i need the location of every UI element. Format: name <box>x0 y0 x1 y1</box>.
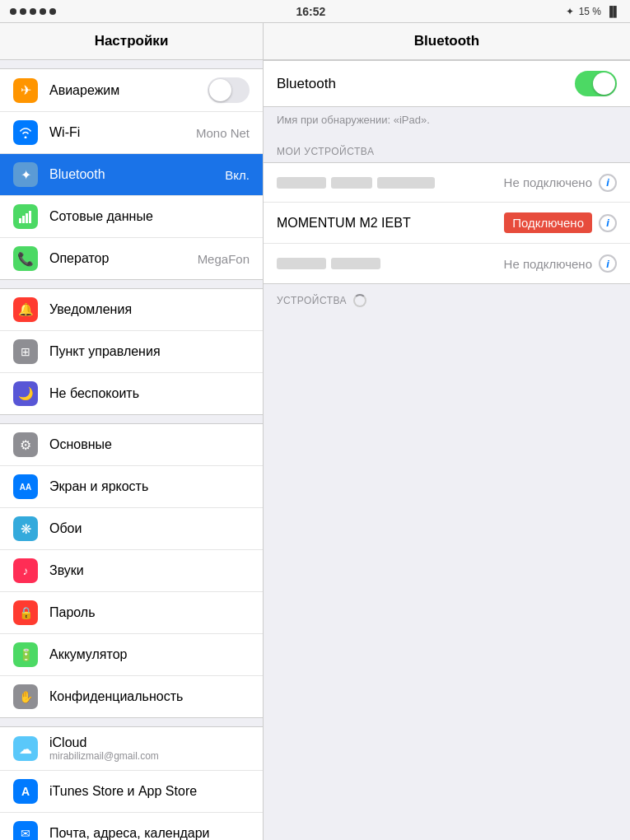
bt-device-2-name: MOMENTUM M2 IEBT <box>277 216 504 231</box>
settings-row-general[interactable]: ⚙ Основные <box>0 424 263 466</box>
privacy-label: Конфиденциальность <box>49 689 250 704</box>
settings-row-bluetooth[interactable]: ✦ Bluetooth Вкл. <box>0 154 263 196</box>
settings-row-privacy[interactable]: ✋ Конфиденциальность <box>0 676 263 717</box>
sounds-icon: ♪ <box>13 558 38 583</box>
settings-group-icloud: ☁ iCloud mirabilizmail@gmail.com A iTune… <box>0 726 263 840</box>
bluetooth-panel: Bluetooth Bluetooth Имя при обнаружении:… <box>264 23 630 840</box>
settings-row-donotdisturb[interactable]: 🌙 Не беспокоить <box>0 373 263 414</box>
battery-percent: 15 % <box>579 6 601 17</box>
placeholder-block <box>277 258 326 269</box>
settings-row-sounds[interactable]: ♪ Звуки <box>0 550 263 592</box>
general-icon: ⚙ <box>13 432 38 457</box>
bt-device-row-1[interactable]: Не подключено i <box>264 163 630 203</box>
status-left <box>10 8 56 15</box>
settings-row-wifi[interactable]: Wi-Fi Mono Net <box>0 112 263 154</box>
notifications-icon: 🔔 <box>13 297 38 322</box>
passcode-icon: 🔒 <box>13 600 38 625</box>
carrier-label: Оператор <box>49 251 198 266</box>
settings-group-general: ⚙ Основные AA Экран и яркость ❋ Обои ♪ З… <box>0 423 263 718</box>
notifications-label: Уведомления <box>49 302 250 317</box>
itunes-icon: A <box>13 779 38 804</box>
bt-device-row-2[interactable]: MOMENTUM M2 IEBT Подключено i <box>264 203 630 244</box>
placeholder-block <box>277 177 326 189</box>
display-label: Экран и яркость <box>49 479 250 494</box>
signal-dot-2 <box>20 8 26 15</box>
cellular-icon <box>13 204 38 229</box>
main-layout: Настройки ✈ Авиарежим <box>0 23 630 840</box>
battery-icon: 🔋 <box>13 642 38 667</box>
bt-device-1-status: Не подключено <box>504 175 592 189</box>
signal-dot-5 <box>49 8 56 15</box>
bluetooth-panel-header: Bluetooth <box>264 23 630 60</box>
svg-rect-3 <box>29 211 31 223</box>
passcode-label: Пароль <box>49 605 250 620</box>
bt-device-1-info-button[interactable]: i <box>599 174 617 192</box>
donotdisturb-label: Не беспокоить <box>49 386 250 401</box>
bluetooth-icon: ✦ <box>13 162 38 187</box>
donotdisturb-icon: 🌙 <box>13 381 38 406</box>
wifi-value: Mono Net <box>196 126 250 140</box>
status-bar: 16:52 ✦ 15 % ▐▌ <box>0 0 630 23</box>
settings-row-display[interactable]: AA Экран и яркость <box>0 466 263 508</box>
svg-rect-1 <box>22 216 25 223</box>
bluetooth-toggle-label: Bluetooth <box>277 76 575 92</box>
wifi-icon <box>13 120 38 145</box>
settings-header: Настройки <box>0 23 263 60</box>
airplane-icon: ✈ <box>13 78 38 103</box>
bt-info-icon-3: i <box>606 258 609 270</box>
bt-device-placeholder-1 <box>277 177 504 189</box>
carrier-value: MegaFon <box>198 252 250 266</box>
settings-row-carrier[interactable]: 📞 Оператор MegaFon <box>0 238 263 279</box>
signal-dot-4 <box>40 8 46 15</box>
bt-device-placeholder-3 <box>277 258 504 269</box>
settings-row-cellular[interactable]: Сотовые данные <box>0 196 263 238</box>
bluetooth-main-toggle-knob <box>593 72 615 95</box>
bluetooth-label: Bluetooth <box>49 167 225 182</box>
controlcenter-label: Пункт управления <box>49 344 250 359</box>
settings-row-notifications[interactable]: 🔔 Уведомления <box>0 289 263 331</box>
airplane-toggle[interactable] <box>208 77 250 103</box>
icloud-icon: ☁ <box>13 736 38 761</box>
placeholder-block <box>377 177 435 189</box>
bluetooth-main-toggle[interactable] <box>575 71 617 96</box>
settings-row-itunes[interactable]: A iTunes Store и App Store <box>0 771 263 813</box>
settings-group-connectivity: ✈ Авиарежим Wi-Fi Mono Net <box>0 68 263 280</box>
display-icon: AA <box>13 474 38 499</box>
settings-row-controlcenter[interactable]: ⊞ Пункт управления <box>0 331 263 373</box>
general-label: Основные <box>49 437 250 452</box>
settings-row-wallpaper[interactable]: ❋ Обои <box>0 508 263 550</box>
settings-row-icloud[interactable]: ☁ iCloud mirabilizmail@gmail.com <box>0 727 263 771</box>
bt-device-row-3[interactable]: Не подключено i <box>264 244 630 283</box>
airplane-label: Авиарежим <box>49 83 208 98</box>
icloud-sublabel: mirabilizmail@gmail.com <box>49 750 250 762</box>
wallpaper-label: Обои <box>49 521 250 536</box>
settings-group-notifications: 🔔 Уведомления ⊞ Пункт управления 🌙 Не бе… <box>0 288 263 415</box>
settings-row-mail[interactable]: ✉ Почта, адреса, календари <box>0 813 263 840</box>
bt-discovery-text: Имя при обнаружении: «iPad». <box>264 107 630 139</box>
wifi-label: Wi-Fi <box>49 125 196 140</box>
settings-row-passcode[interactable]: 🔒 Пароль <box>0 592 263 634</box>
bt-info-icon: i <box>606 176 609 189</box>
svg-rect-2 <box>26 213 28 223</box>
bt-scanning-section: УСТРОЙСТВА <box>264 284 630 317</box>
bluetooth-value: Вкл. <box>225 168 250 182</box>
mail-label: Почта, адреса, календари <box>49 826 250 840</box>
settings-row-battery[interactable]: 🔋 Аккумулятор <box>0 634 263 676</box>
cellular-label: Сотовые данные <box>49 209 250 224</box>
battery-icon: ▐▌ <box>606 6 620 17</box>
carrier-icon: 📞 <box>13 246 38 271</box>
settings-row-airplane[interactable]: ✈ Авиарежим <box>0 69 263 112</box>
bluetooth-toggle-row[interactable]: Bluetooth <box>264 60 630 107</box>
placeholder-block <box>331 258 380 269</box>
bt-device-3-info-button[interactable]: i <box>599 254 617 273</box>
status-time: 16:52 <box>296 5 325 18</box>
signal-dot-1 <box>10 8 16 15</box>
sounds-label: Звуки <box>49 563 250 578</box>
bluetooth-status-icon: ✦ <box>566 6 574 17</box>
airplane-toggle-knob <box>209 79 231 101</box>
placeholder-block <box>331 177 372 189</box>
bt-device-2-info-button[interactable]: i <box>599 214 617 232</box>
controlcenter-icon: ⊞ <box>13 339 38 364</box>
signal-dot-3 <box>30 8 36 15</box>
settings-panel: Настройки ✈ Авиарежим <box>0 23 264 840</box>
